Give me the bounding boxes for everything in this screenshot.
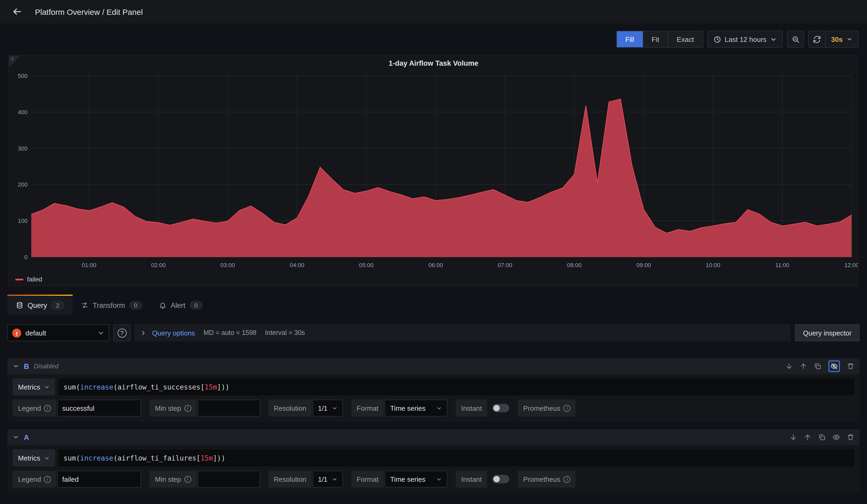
instant-toggle[interactable]	[493, 404, 510, 412]
query-status-label: Disabled	[34, 363, 58, 370]
format-select[interactable]: Time series	[385, 471, 447, 487]
svg-text:300: 300	[18, 145, 28, 152]
transform-icon	[81, 302, 88, 309]
format-select[interactable]: Time series	[385, 400, 447, 417]
query-inspector-button[interactable]: Query inspector	[795, 324, 859, 341]
svg-text:07:00: 07:00	[497, 262, 512, 268]
move-query-down-button[interactable]	[785, 363, 793, 370]
eye-icon	[833, 433, 840, 441]
info-icon: i	[564, 405, 570, 411]
resolution-select[interactable]: 1/1	[313, 471, 343, 487]
query-a-actions	[790, 433, 854, 441]
refresh-button[interactable]	[809, 31, 825, 48]
instant-option-label: Instant	[456, 471, 487, 487]
datasource-help-button[interactable]: ?	[114, 324, 130, 341]
svg-text:400: 400	[18, 109, 28, 116]
legend-input[interactable]	[57, 400, 141, 417]
grafana-edit-panel: Platform Overview / Edit Panel Fill Fit …	[0, 0, 867, 504]
delete-query-button[interactable]	[847, 433, 854, 441]
expr-part: (airflow_ti_failures[	[114, 454, 201, 462]
chevron-down-icon	[44, 455, 50, 461]
tab-query[interactable]: Query 2	[8, 295, 73, 315]
time-series-chart[interactable]: 010020030040050001:0002:0003:0004:0005:0…	[9, 71, 858, 273]
metrics-dropdown[interactable]: Metrics	[13, 378, 55, 395]
chevron-down-icon[interactable]	[13, 434, 19, 440]
fit-mode-exact-button[interactable]: Exact	[668, 31, 703, 47]
panel-toolbar: Fill Fit Exact Last 12 hours 30s	[9, 31, 858, 48]
query-a-header[interactable]: A	[8, 429, 859, 445]
zoom-out-button[interactable]	[787, 31, 804, 48]
interval-text: Interval = 30s	[265, 329, 305, 336]
query-ref-id: A	[24, 433, 29, 441]
x-axis-labels: 01:0002:0003:0004:0005:0006:0007:0008:00…	[82, 262, 858, 268]
query-b-header[interactable]: B Disabled	[8, 358, 859, 374]
query-ref-id: B	[24, 362, 29, 370]
panel-info-corner[interactable]	[9, 56, 21, 67]
promql-expression-a[interactable]: sum(increase(airflow_ti_failures[15m]))	[58, 449, 854, 467]
chevron-down-icon	[97, 329, 104, 336]
min-step-input[interactable]	[197, 471, 260, 487]
bell-icon	[159, 302, 167, 309]
arrow-left-icon	[12, 6, 22, 17]
instant-option-label: Instant	[456, 400, 487, 417]
legend-option-label: Legendi	[13, 400, 56, 417]
chevron-down-icon	[332, 405, 338, 411]
tab-transform-label: Transform	[93, 301, 125, 309]
promql-expression-b[interactable]: sum(increase(airflow_ti_successes[15m]))	[58, 378, 854, 395]
tab-transform[interactable]: Transform 0	[73, 295, 150, 315]
resolution-option-label: Resolution	[268, 400, 312, 417]
metrics-label: Metrics	[18, 383, 40, 391]
back-button[interactable]	[9, 3, 25, 20]
expr-duration: 15m	[200, 454, 213, 462]
metrics-dropdown[interactable]: Metrics	[13, 449, 55, 467]
query-options-toggle[interactable]: Query options	[152, 329, 195, 337]
zoom-out-icon	[792, 35, 800, 43]
clock-icon	[713, 35, 721, 43]
chart-legend[interactable]: failed	[9, 273, 858, 286]
delete-query-button[interactable]	[847, 363, 854, 370]
panel-title: 1-day Airflow Task Volume	[9, 56, 858, 71]
expr-part: ]))	[217, 383, 229, 391]
disable-query-button[interactable]	[828, 361, 840, 372]
svg-text:0: 0	[24, 254, 28, 260]
chevron-right-icon[interactable]	[140, 329, 147, 336]
expr-part: (airflow_ti_successes[	[114, 383, 205, 391]
info-icon: i	[44, 405, 51, 411]
move-query-up-button[interactable]	[804, 433, 811, 441]
chevron-down-icon[interactable]	[13, 363, 19, 369]
format-value: Time series	[390, 475, 425, 483]
trash-icon	[847, 363, 854, 370]
svg-text:02:00: 02:00	[151, 262, 165, 268]
duplicate-query-button[interactable]	[818, 433, 826, 441]
expr-part: sum(	[64, 454, 80, 462]
datasource-picker[interactable]: default	[8, 324, 109, 341]
format-value: Time series	[390, 404, 425, 412]
format-option-label: Format	[351, 400, 384, 417]
refresh-interval-picker[interactable]: 30s	[825, 31, 858, 48]
duplicate-query-button[interactable]	[814, 363, 822, 370]
instant-toggle[interactable]	[493, 475, 510, 483]
prometheus-option-label: Prometheusi	[518, 400, 576, 417]
chevron-down-icon	[332, 476, 338, 482]
help-circle-icon: ?	[117, 328, 126, 337]
disable-query-button[interactable]	[833, 433, 840, 441]
query-options-strip: Query options MD = auto = 1598 Interval …	[135, 324, 791, 341]
min-step-input[interactable]	[197, 400, 260, 417]
svg-text:04:00: 04:00	[290, 262, 304, 268]
move-query-down-button[interactable]	[790, 433, 797, 441]
expr-duration: 15m	[205, 383, 217, 391]
svg-text:06:00: 06:00	[428, 262, 443, 268]
fit-mode-fill-button[interactable]: Fill	[617, 31, 643, 47]
fit-mode-fit-button[interactable]: Fit	[643, 31, 668, 47]
tab-alert[interactable]: Alert 0	[150, 295, 211, 315]
tab-alert-label: Alert	[171, 301, 185, 309]
tab-query-count: 2	[51, 301, 64, 310]
resolution-select[interactable]: 1/1	[313, 400, 343, 417]
chevron-down-icon	[44, 384, 50, 390]
time-range-picker[interactable]: Last 12 hours	[707, 31, 783, 48]
move-query-up-button[interactable]	[800, 363, 807, 370]
legend-input[interactable]	[57, 471, 141, 487]
chevron-down-icon	[846, 36, 853, 42]
tab-alert-count: 0	[190, 301, 202, 310]
query-a-editor: Metrics sum(increase(airflow_ti_failures…	[8, 445, 859, 493]
